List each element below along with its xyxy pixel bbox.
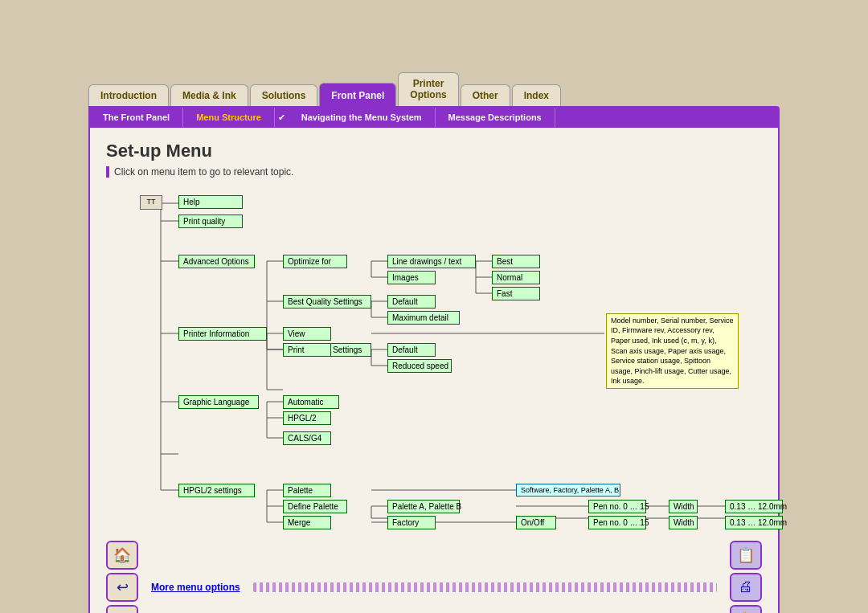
nav-right-3[interactable]: 👆 — [730, 605, 762, 613]
menu-graphic-language[interactable]: Graphic Language — [178, 395, 259, 409]
tab-introduction[interactable]: Introduction — [88, 84, 169, 106]
menu-images[interactable]: Images — [387, 271, 436, 284]
menu-help[interactable]: Help — [178, 195, 243, 209]
tab-printer-options[interactable]: PrinterOptions — [398, 72, 458, 106]
menu-default1[interactable]: Default — [387, 295, 436, 309]
menu-default2[interactable]: Default — [387, 343, 436, 357]
more-options-link[interactable]: More menu options — [151, 582, 240, 593]
sub-tab-check: ✔ — [275, 108, 289, 128]
menu-width-val-2[interactable]: 0.13 … 12.0mm — [725, 516, 783, 529]
menu-hpgl2-settings[interactable]: HPGL/2 settings — [178, 484, 255, 497]
tab-bar: Introduction Media & Ink Solutions Front… — [88, 72, 780, 106]
tab-solutions[interactable]: Solutions — [250, 84, 318, 106]
home-button[interactable]: 🏠 — [106, 541, 138, 570]
menu-optimize-for[interactable]: Optimize for — [283, 255, 347, 268]
sub-tab-message-desc[interactable]: Message Descriptions — [436, 108, 555, 127]
back-button[interactable]: ↩ — [106, 573, 138, 602]
menu-print[interactable]: Print — [283, 343, 331, 357]
tab-other[interactable]: Other — [461, 84, 510, 106]
menu-tree: TT Help Print quality Advanced Options O… — [106, 189, 762, 534]
page-title: Set-up Menu — [106, 141, 762, 161]
menu-define-palette[interactable]: Define Palette — [283, 500, 347, 513]
sub-tab-menu-structure[interactable]: Menu Structure — [183, 108, 275, 127]
tab-index[interactable]: Index — [512, 84, 561, 106]
menu-factory[interactable]: Factory — [387, 516, 436, 529]
bottom-row: 🏠 ↩ ➡ More menu options 📋 🖨 👆 — [106, 541, 762, 613]
menu-cals-g4[interactable]: CALS/G4 — [283, 431, 331, 445]
zigzag-decoration — [253, 582, 717, 592]
nav-right-1[interactable]: 📋 — [730, 541, 762, 570]
page-subtitle: Click on menu item to go to relevant top… — [106, 166, 762, 178]
menu-pen-no-2[interactable]: Pen no. 0 … 15 — [588, 516, 646, 529]
menu-pen-no-1[interactable]: Pen no. 0 … 15 — [588, 500, 646, 513]
forward-button[interactable]: ➡ — [106, 605, 138, 613]
sub-tab-navigating[interactable]: Navigating the Menu System — [289, 108, 436, 127]
menu-hpgl2-tab[interactable]: HPGL/2 — [283, 411, 331, 425]
menu-automatic[interactable]: Automatic — [283, 395, 339, 409]
sub-tab-bar: The Front Panel Menu Structure ✔ Navigat… — [90, 108, 778, 128]
root-node: TT — [140, 195, 162, 210]
menu-software-factory[interactable]: Software, Factory, Palette A, B — [516, 484, 620, 497]
sub-tab-front-panel[interactable]: The Front Panel — [90, 108, 183, 127]
menu-width-2[interactable]: Width — [669, 516, 698, 529]
menu-palette[interactable]: Palette — [283, 484, 331, 497]
menu-normal[interactable]: Normal — [492, 271, 540, 284]
menu-width-1[interactable]: Width — [669, 500, 698, 513]
menu-info-detail: Model number, Serial number, Service ID,… — [606, 313, 739, 389]
menu-printer-info[interactable]: Printer Information — [178, 327, 267, 341]
menu-line-drawings[interactable]: Line drawings / text — [387, 255, 476, 268]
menu-fast[interactable]: Fast — [492, 287, 540, 300]
menu-best[interactable]: Best — [492, 255, 540, 268]
menu-merge[interactable]: Merge — [283, 516, 331, 529]
right-nav-buttons: 📋 🖨 👆 — [730, 541, 762, 613]
content-area: Set-up Menu Click on menu item to go to … — [90, 128, 778, 613]
nav-right-2[interactable]: 🖨 — [730, 573, 762, 602]
menu-best-quality[interactable]: Best Quality Settings — [283, 295, 371, 309]
menu-reduced-speed[interactable]: Reduced speed — [387, 359, 452, 373]
menu-max-detail[interactable]: Maximum detail — [387, 311, 460, 325]
menu-print-quality[interactable]: Print quality — [178, 215, 243, 228]
main-content-area: The Front Panel Menu Structure ✔ Navigat… — [88, 106, 780, 613]
tab-front-panel[interactable]: Front Panel — [319, 83, 396, 106]
menu-on-off[interactable]: On/Off — [516, 516, 556, 529]
tab-media-ink[interactable]: Media & Ink — [170, 84, 248, 106]
menu-advanced-options[interactable]: Advanced Options — [178, 255, 255, 268]
menu-palette-ab[interactable]: Palette A, Palette B — [387, 500, 460, 513]
menu-width-val-1[interactable]: 0.13 … 12.0mm — [725, 500, 783, 513]
left-nav-buttons: 🏠 ↩ ➡ — [106, 541, 138, 613]
menu-view[interactable]: View — [283, 327, 331, 341]
